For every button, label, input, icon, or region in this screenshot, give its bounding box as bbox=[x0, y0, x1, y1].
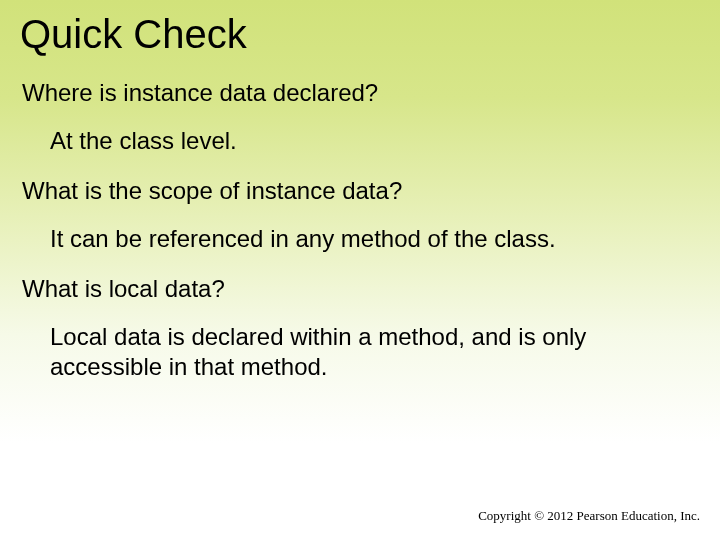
slide-body: Where is instance data declared? At the … bbox=[22, 78, 698, 402]
answer-1: At the class level. bbox=[50, 126, 670, 156]
slide: Quick Check Where is instance data decla… bbox=[0, 0, 720, 540]
question-3: What is local data? bbox=[22, 274, 698, 304]
answer-3: Local data is declared within a method, … bbox=[50, 322, 670, 382]
question-1: Where is instance data declared? bbox=[22, 78, 698, 108]
question-2: What is the scope of instance data? bbox=[22, 176, 698, 206]
copyright-text: Copyright © 2012 Pearson Education, Inc. bbox=[478, 508, 700, 524]
answer-2: It can be referenced in any method of th… bbox=[50, 224, 670, 254]
slide-title: Quick Check bbox=[20, 12, 247, 57]
